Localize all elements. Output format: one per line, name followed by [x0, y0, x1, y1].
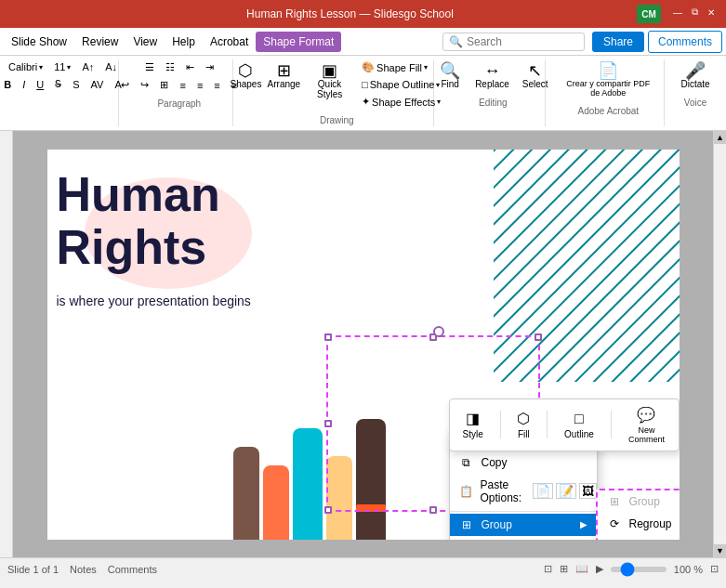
- paste-sub-3[interactable]: 🖼: [579, 483, 597, 499]
- close-btn[interactable]: ✕: [704, 5, 719, 20]
- rtl-btn[interactable]: ↩: [117, 77, 133, 93]
- slide-title: Human Rights: [57, 168, 220, 274]
- align-left-btn[interactable]: ≡: [176, 78, 189, 93]
- format-row: B I U S̶ S AV A: [0, 76, 125, 92]
- align-right-btn[interactable]: ≡: [210, 78, 223, 93]
- mini-new-comment-btn[interactable]: 💬 New Comment: [622, 403, 670, 447]
- mini-comment-icon: 💬: [637, 406, 655, 424]
- bg-teal-lines: [494, 150, 680, 382]
- shadow-btn[interactable]: S: [69, 77, 83, 92]
- submenu-regroup[interactable]: ⟳ Regroup: [598, 513, 680, 535]
- restore-btn[interactable]: ⧉: [687, 5, 702, 20]
- hand-4: [326, 456, 352, 540]
- minimize-btn[interactable]: —: [670, 5, 685, 20]
- shape-outline-btn[interactable]: □ Shape Outline ▾: [358, 77, 444, 92]
- slide-editing-area[interactable]: Human Rights is where your presentation …: [13, 131, 713, 557]
- comments-btn-status[interactable]: Comments: [108, 564, 157, 575]
- title-bar-text: Human Rights Lesson — Slidesgo School: [63, 7, 637, 20]
- view-sorter-btn[interactable]: ⊞: [560, 563, 568, 575]
- paste-sub-1[interactable]: 📄: [533, 483, 553, 499]
- menu-review[interactable]: Review: [74, 32, 125, 52]
- create-pdf-btn[interactable]: 📄 Crear y compartir PDF de Adobe: [561, 59, 656, 100]
- search-box: 🔍: [442, 33, 585, 51]
- adobe-group-label: Adobe Acrobat: [578, 106, 640, 116]
- menu-view[interactable]: View: [125, 32, 165, 52]
- view-reading-btn[interactable]: 📖: [575, 563, 588, 575]
- rotate-handle[interactable]: [433, 326, 444, 337]
- handle-tl[interactable]: [324, 333, 332, 341]
- scroll-up-btn[interactable]: ▲: [714, 131, 727, 144]
- underline-btn[interactable]: U: [33, 77, 47, 92]
- ctx-copy[interactable]: ⧉ Copy: [450, 451, 597, 474]
- arrange-btn[interactable]: ⊞ Arrange: [267, 59, 302, 92]
- quick-styles-icon: ▣: [322, 62, 337, 79]
- mini-fill-btn[interactable]: ⬡ Fill: [511, 407, 535, 442]
- menu-shape-format[interactable]: Shape Format: [256, 32, 341, 52]
- teal-lines-svg: [494, 150, 680, 382]
- paste-sub-2[interactable]: 📝: [556, 483, 576, 499]
- bullets-btn[interactable]: ☰: [141, 59, 158, 75]
- replace-btn[interactable]: ↔ Replace: [470, 59, 514, 92]
- search-input[interactable]: [467, 35, 578, 48]
- dictate-btn[interactable]: 🎤 Dictate: [676, 59, 714, 92]
- submenu-ungroup[interactable]: ⊟ Ungroup: [598, 535, 680, 540]
- sub-regroup-icon: ⟳: [607, 517, 622, 530]
- fit-slide-btn[interactable]: ⊡: [710, 563, 719, 575]
- char-spacing-btn[interactable]: AV: [87, 77, 108, 92]
- align-center-btn[interactable]: ≡: [193, 78, 206, 93]
- view-normal-btn[interactable]: ⊡: [544, 563, 552, 575]
- ribbon-group-font: Calibri ▾ 11 ▾ A↑ A↓ B I U S̶ S AV A: [7, 59, 119, 126]
- vertical-scrollbar[interactable]: ▲ ▼: [713, 131, 726, 557]
- mini-sep-2: [547, 411, 548, 438]
- shape-effects-btn[interactable]: ✦ Shape Effects ▾: [358, 94, 444, 110]
- bracelet: [356, 504, 386, 512]
- mini-style-btn[interactable]: ◨ Style: [457, 407, 489, 442]
- ctx-group[interactable]: ⊞ Group ▶: [450, 514, 597, 536]
- user-avatar: CM: [637, 5, 661, 23]
- submenu-group[interactable]: ⊞ Group: [598, 490, 680, 513]
- title-bar-controls: CM — ⧉ ✕: [637, 5, 719, 23]
- ltr-btn[interactable]: ↪: [137, 77, 152, 93]
- hand-3: [293, 428, 323, 540]
- select-icon: ↖: [528, 62, 542, 79]
- voice-group-label: Voice: [684, 98, 706, 108]
- ctx-bring-to-front[interactable]: ⬆ Bring to Front ▶: [450, 536, 597, 540]
- menu-help[interactable]: Help: [165, 32, 203, 52]
- cols-btn[interactable]: ⊞: [156, 77, 172, 93]
- inc-indent-btn[interactable]: ⇥: [202, 59, 218, 75]
- mini-sep-3: [611, 411, 612, 438]
- zoom-slider[interactable]: [611, 567, 667, 572]
- handle-bm[interactable]: [429, 506, 437, 514]
- bold-btn[interactable]: B: [0, 77, 15, 92]
- italic-btn[interactable]: I: [19, 77, 29, 92]
- main-area: Human Rights is where your presentation …: [0, 131, 726, 557]
- shape-fill-btn[interactable]: 🎨 Shape Fill ▾: [358, 59, 444, 75]
- zoom-level: 100 %: [674, 564, 703, 575]
- numbering-btn[interactable]: ☷: [162, 59, 178, 75]
- menu-slide-show[interactable]: Slide Show: [4, 32, 74, 52]
- share-button[interactable]: Share: [592, 32, 644, 52]
- font-shrink-btn[interactable]: A↓: [101, 59, 121, 74]
- quick-styles-btn[interactable]: ▣ Quick Styles: [305, 59, 354, 102]
- comments-button[interactable]: Comments: [648, 31, 722, 53]
- slide-number: Slide 1 of 1: [7, 564, 59, 575]
- font-name-btn[interactable]: Calibri ▾: [5, 59, 46, 74]
- shapes-btn[interactable]: ⬡ Shapes: [229, 59, 262, 92]
- editing-group-label: Editing: [479, 98, 508, 108]
- find-btn[interactable]: 🔍 Find: [433, 59, 467, 92]
- slide-canvas: Human Rights is where your presentation …: [47, 150, 680, 540]
- notes-btn[interactable]: Notes: [70, 564, 97, 575]
- dec-indent-btn[interactable]: ⇤: [182, 59, 198, 75]
- ctx-paste-options[interactable]: 📋 Paste Options: 📄 📝 🖼: [450, 474, 597, 509]
- mini-outline-icon: □: [574, 411, 584, 427]
- mini-outline-btn[interactable]: □ Outline: [559, 408, 600, 442]
- font-size-btn[interactable]: 11 ▾: [50, 59, 74, 74]
- select-btn[interactable]: ↖ Select: [518, 59, 553, 92]
- arrange-icon: ⊞: [277, 62, 291, 79]
- menu-acrobat[interactable]: Acrobat: [203, 32, 256, 52]
- view-slideshow-btn[interactable]: ▶: [596, 563, 603, 575]
- font-grow-btn[interactable]: A↑: [78, 59, 98, 74]
- strikethrough-btn[interactable]: S̶: [51, 76, 65, 92]
- svg-rect-1: [494, 150, 680, 382]
- scroll-down-btn[interactable]: ▼: [714, 544, 727, 557]
